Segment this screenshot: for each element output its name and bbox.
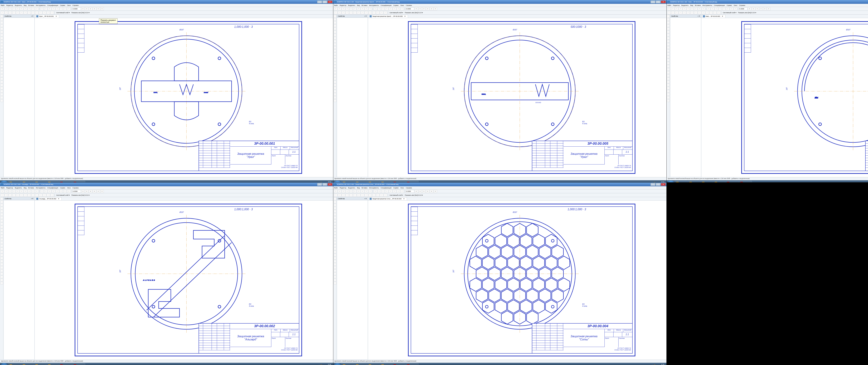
left-tool[interactable] — [334, 87, 336, 90]
toolbar-button[interactable]: · — [35, 11, 38, 14]
menu-item[interactable]: Вид — [357, 4, 360, 6]
left-tool[interactable] — [0, 90, 3, 93]
menu-item[interactable]: Окно — [67, 4, 71, 6]
left-tool[interactable] — [0, 43, 3, 46]
menu-item[interactable]: Инструменты — [369, 4, 379, 6]
left-tool[interactable] — [667, 18, 670, 21]
layer-combo[interactable]: Системный слой ▾ — [389, 194, 404, 196]
toolbar-button[interactable]: ▫ — [35, 190, 38, 193]
toolbar-button[interactable]: ▪ — [418, 190, 422, 193]
zoom-input[interactable] — [72, 7, 81, 10]
left-tool[interactable] — [334, 251, 336, 253]
menu-item[interactable]: Файл — [667, 4, 671, 6]
toolbar-button[interactable]: · — [679, 11, 682, 14]
left-tool[interactable] — [667, 49, 670, 52]
toolbar-button[interactable]: ◦ — [59, 190, 63, 193]
toolbar-button[interactable]: ▪ — [100, 7, 104, 10]
layer-combo[interactable]: Системный слой ▾ — [389, 12, 404, 13]
toolbar-button[interactable]: ▫ — [12, 7, 16, 10]
panel-close-icon[interactable]: ▪ ✕ — [364, 198, 367, 199]
left-tool[interactable] — [0, 74, 3, 77]
left-tool[interactable] — [0, 204, 3, 206]
toolbar-button[interactable]: ▫ — [357, 190, 361, 193]
left-tool[interactable] — [0, 40, 3, 43]
toolbar-button[interactable]: · — [706, 11, 709, 14]
left-tool[interactable] — [667, 21, 670, 24]
taskbar-item[interactable]: Грили... — [713, 181, 725, 182]
left-tool[interactable] — [0, 213, 3, 216]
taskbar-item[interactable]: Kompas... — [392, 181, 405, 182]
doc-tab[interactable]: Урал _ 3Р-00.00.001✕ — [35, 15, 59, 18]
left-tool[interactable] — [0, 49, 3, 52]
maximize-button[interactable]: ☐ — [656, 183, 660, 186]
toolbar-button[interactable]: · — [342, 11, 345, 14]
left-tool[interactable] — [334, 24, 336, 27]
toolbar-button[interactable]: ▫ — [690, 7, 694, 10]
left-tool[interactable] — [334, 49, 336, 52]
toolbar-button[interactable]: ▫ — [31, 190, 35, 193]
toolbar-button[interactable]: · — [365, 194, 368, 197]
drawing-canvas[interactable]: 1,000:1,000 · 3 Ø187 187 R3 4 отв. 3Р-00… — [35, 18, 333, 177]
toolbar-button[interactable]: ▪ — [89, 190, 92, 193]
toolbar-button[interactable]: · — [353, 194, 356, 197]
toolbar-button[interactable]: ▪ — [414, 7, 418, 10]
toolbar-button[interactable]: ▫ — [8, 190, 12, 193]
menu-item[interactable]: Сервис — [393, 4, 399, 6]
tab-close-icon[interactable]: ✕ — [58, 198, 59, 200]
left-tool[interactable] — [667, 93, 670, 96]
minimize-button[interactable]: — — [317, 183, 322, 186]
taskbar-item[interactable]: FastCAM — [675, 181, 687, 182]
left-tool[interactable] — [0, 247, 3, 250]
toolbar-button[interactable]: ▫ — [349, 7, 353, 10]
toolbar-button[interactable]: · — [667, 11, 671, 14]
left-tool[interactable] — [0, 96, 3, 99]
toolbar-button[interactable]: · — [20, 11, 23, 14]
left-tool[interactable] — [334, 65, 336, 68]
menu-item[interactable]: Справка — [72, 4, 79, 6]
drawing-canvas[interactable]: 500:1000 · 3 Ø187 187 R3 4 отв. 3Р-00.00… — [368, 18, 666, 177]
toolbar-button[interactable]: ▪ — [422, 7, 426, 10]
show-all-combo[interactable]: Показать все [Ins] 0.3.0 ▾ — [404, 12, 424, 13]
left-tool[interactable] — [0, 65, 3, 68]
toolbar-button[interactable]: ▫ — [338, 190, 341, 193]
menu-item[interactable]: Вставка — [28, 4, 34, 6]
left-tool[interactable] — [0, 207, 3, 209]
toolbar-button[interactable]: ▫ — [27, 190, 31, 193]
toolbar-button[interactable]: ◦ — [374, 7, 377, 10]
menu-item[interactable]: Вид — [357, 187, 360, 189]
left-tool[interactable] — [0, 272, 3, 275]
menu-item[interactable]: Справка — [406, 187, 412, 189]
left-tool[interactable] — [334, 37, 336, 39]
start-button[interactable] — [334, 363, 341, 365]
taskbar-item[interactable]: 01 - Mail — [34, 363, 46, 365]
show-all-combo[interactable]: Показать все [Ins] 0.3.0 ▾ — [71, 12, 90, 13]
toolbar-button[interactable]: ◦ — [52, 7, 55, 10]
drawing-canvas[interactable]: 1,000:1,000 · 3 Ø187 187 R3 4 отв. 3Р-00… — [368, 201, 666, 360]
left-tool[interactable] — [0, 71, 3, 74]
toolbar-button[interactable]: · — [50, 194, 54, 197]
toolbar-button[interactable]: ▫ — [338, 7, 341, 10]
toolbar-button[interactable]: ▪ — [422, 190, 426, 193]
toolbar-button[interactable]: · — [345, 11, 349, 14]
left-tool[interactable] — [667, 56, 670, 58]
tab-close-icon[interactable]: ✕ — [56, 15, 57, 17]
toolbar-button[interactable]: ▫ — [16, 7, 20, 10]
toolbar-button[interactable]: · — [349, 11, 353, 14]
toolbar-button[interactable]: ▫ — [675, 7, 678, 10]
left-tool[interactable] — [334, 213, 336, 216]
menu-item[interactable]: Сервис — [727, 4, 732, 6]
left-tool[interactable] — [667, 53, 670, 55]
toolbar-button[interactable]: ◦ — [52, 190, 55, 193]
taskbar-item[interactable]: Грили... — [380, 181, 392, 182]
left-tool[interactable] — [334, 77, 336, 80]
doc-tab[interactable]: Защитная решетка Соты _ 3Р-00.00.004✕ — [369, 197, 407, 200]
toolbar-button[interactable]: ▪ — [418, 7, 422, 10]
left-tool[interactable] — [667, 77, 670, 80]
toolbar-button[interactable]: ◦ — [44, 190, 48, 193]
panel-close-icon[interactable]: ▪ ✕ — [698, 15, 700, 17]
tab-close-icon[interactable]: ✕ — [403, 198, 405, 200]
toolbar-button[interactable]: ▫ — [342, 7, 345, 10]
toolbar-button[interactable]: ◦ — [385, 7, 389, 10]
toolbar-button[interactable]: ▫ — [671, 7, 675, 10]
close-button[interactable]: ✕ — [328, 183, 333, 186]
